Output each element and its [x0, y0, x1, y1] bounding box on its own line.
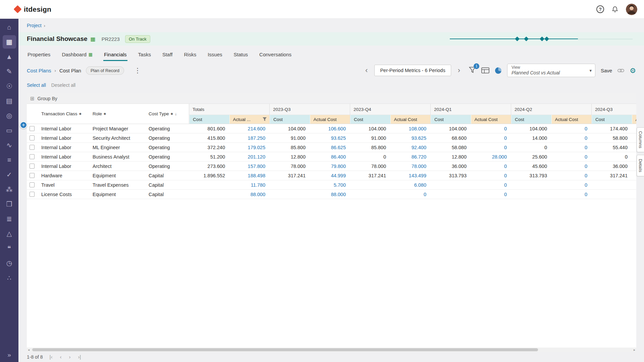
actual-cost-value[interactable]: 86.400	[310, 154, 350, 160]
scrollbar-thumb[interactable]	[32, 348, 538, 351]
sidebar-expand-icon[interactable]: »	[0, 351, 18, 359]
previous-period-button[interactable]: ‹	[364, 67, 369, 74]
cost-column-header[interactable]: Cost	[350, 115, 390, 124]
sidebar-item-organization[interactable]: ⁂	[3, 183, 16, 196]
save-button[interactable]: Save	[601, 68, 612, 73]
sidebar-item-plans[interactable]: ≡	[3, 153, 16, 167]
tab-dashboard[interactable]: Dashboard▦	[61, 48, 93, 61]
actual-cost-value[interactable]: 179.025	[229, 145, 269, 150]
actual-cost-column-header[interactable]: Actual Cost	[551, 115, 592, 124]
cost-value[interactable]: 174.400	[591, 126, 632, 131]
actual-cost-column-header[interactable]: Actual Cost	[471, 115, 511, 124]
cost-value[interactable]: 317.241	[350, 173, 390, 178]
cost-value[interactable]: 55.440	[591, 145, 632, 150]
actual-cost-value[interactable]: 0	[471, 192, 511, 197]
sidebar-item-ideas[interactable]: ☉	[3, 79, 16, 93]
chart-view-icon[interactable]	[495, 67, 502, 74]
cost-column-header[interactable]: Cost	[270, 115, 310, 124]
sidebar-item-milestones[interactable]: ▲	[3, 50, 16, 63]
row-checkbox[interactable]	[30, 173, 35, 178]
scroll-left-icon[interactable]: ◂	[28, 348, 30, 352]
tab-issues[interactable]: Issues	[207, 48, 223, 61]
cost-value[interactable]: 801.600	[189, 126, 229, 131]
tab-conversations[interactable]: Conversations	[259, 48, 292, 61]
actual-cost-value[interactable]: 0	[551, 135, 591, 141]
sidebar-item-trends[interactable]: ∿	[3, 138, 16, 152]
actual-cost-value[interactable]: 157.800	[229, 164, 269, 169]
role-column-header[interactable]: Role✱	[89, 104, 145, 124]
tab-status[interactable]: Status	[233, 48, 249, 61]
sidebar-item-design[interactable]: ✎	[3, 65, 16, 78]
actual-cost-value[interactable]: 0	[390, 192, 430, 197]
tab-tasks[interactable]: Tasks	[138, 48, 152, 61]
cost-value[interactable]: 85.800	[269, 145, 310, 150]
actual-cost-value[interactable]: 93.625	[390, 135, 430, 141]
sidebar-item-community[interactable]: ∴	[3, 271, 16, 285]
sidebar-item-presentations[interactable]: ▭	[3, 124, 16, 137]
actual-cost-value[interactable]: 0	[471, 126, 511, 131]
row-checkbox[interactable]	[30, 154, 35, 159]
app-logo[interactable]: itdesign	[15, 5, 51, 13]
cost-value[interactable]: 45.600	[511, 164, 551, 169]
actual-cost-value[interactable]: 0	[471, 164, 511, 169]
actual-cost-value[interactable]: 0	[551, 173, 591, 178]
cost-value[interactable]: 58.800	[591, 135, 632, 141]
filter-button[interactable]: 1	[469, 67, 476, 74]
row-checkbox[interactable]	[30, 135, 35, 140]
actual-cost-value[interactable]: 86.720	[390, 154, 430, 160]
actual-cost-value[interactable]: 0	[551, 182, 591, 188]
sidebar-item-approvals[interactable]: ✓	[3, 168, 16, 181]
milestone-diamond-icon[interactable]	[540, 37, 544, 41]
first-page-icon[interactable]: |‹	[49, 354, 52, 360]
sidebar-item-reports[interactable]: ▤	[3, 94, 16, 108]
cost-value[interactable]: 104.000	[511, 126, 551, 131]
group-by-bar[interactable]: ⊞ Group By	[27, 93, 636, 104]
row-checkbox[interactable]	[30, 126, 35, 131]
actual-cost-column-header[interactable]: Actual Cost	[390, 115, 431, 124]
next-page-icon[interactable]: ›	[69, 354, 70, 360]
transaction-class-column-header[interactable]: Transaction Class✱	[37, 104, 89, 124]
milestone-diamond-icon[interactable]	[515, 37, 520, 41]
cost-value[interactable]: 313.793	[430, 173, 471, 178]
actual-cost-value[interactable]: 214.600	[229, 126, 269, 131]
actual-cost-column-header[interactable]: Actual Cost	[632, 115, 637, 124]
sidebar-item-lab[interactable]: △	[3, 227, 16, 240]
scroll-right-icon[interactable]: ▸	[634, 348, 635, 352]
actual-cost-value[interactable]: 0	[471, 182, 511, 188]
breadcrumb-project-link[interactable]: Project	[27, 23, 42, 28]
actual-cost-value[interactable]: 0	[471, 173, 511, 178]
columns-panel-tab[interactable]: Columns	[637, 127, 644, 152]
cost-value[interactable]: 1.896.552	[189, 173, 229, 178]
cost-column-header[interactable]: Cost	[431, 115, 471, 124]
sidebar-item-home[interactable]: ⌂	[3, 20, 16, 34]
actual-cost-value[interactable]: 0	[551, 192, 591, 197]
cost-value[interactable]: 0	[350, 154, 390, 160]
cost-value[interactable]: 58.080	[430, 145, 471, 150]
row-checkbox[interactable]	[30, 145, 35, 150]
sidebar-item-goals[interactable]: ◎	[3, 109, 16, 122]
cost-plans-link[interactable]: Cost Plans	[27, 68, 51, 73]
cost-value[interactable]: 104.000	[430, 126, 471, 131]
cost-value[interactable]: 68.600	[430, 135, 471, 141]
sidebar-item-scripts[interactable]: ❒	[3, 197, 16, 211]
sidebar-item-history[interactable]: ◷	[3, 256, 16, 270]
actual-cost-value[interactable]: 143.499	[390, 173, 430, 178]
settings-gear-icon[interactable]: ⚙	[630, 67, 636, 74]
cost-value[interactable]: 91.000	[350, 135, 390, 141]
cost-value[interactable]: 0	[511, 145, 551, 150]
cost-value[interactable]: 14.000	[511, 135, 551, 141]
sidebar-item-documentation[interactable]: ≣	[3, 212, 16, 226]
cost-value[interactable]: 317.241	[591, 173, 632, 178]
tab-properties[interactable]: Properties	[27, 48, 51, 61]
actual-cost-value[interactable]: 88.000	[229, 192, 269, 197]
cost-value[interactable]: 104.000	[269, 126, 310, 131]
actual-cost-value[interactable]: 106.600	[310, 126, 350, 131]
actual-cost-value[interactable]: 0	[551, 145, 591, 150]
actual-cost-value[interactable]: 11.780	[229, 182, 269, 188]
period-metrics-dropdown[interactable]: Per-Period Metrics - 6 Periods	[374, 65, 451, 76]
previous-page-icon[interactable]: ‹	[60, 354, 61, 360]
cost-value[interactable]: 273.600	[189, 164, 229, 169]
sidebar-item-conversations[interactable]: ❝	[3, 242, 16, 255]
last-page-icon[interactable]: ›|	[78, 354, 81, 360]
cost-column-header[interactable]: Cost	[592, 115, 632, 124]
